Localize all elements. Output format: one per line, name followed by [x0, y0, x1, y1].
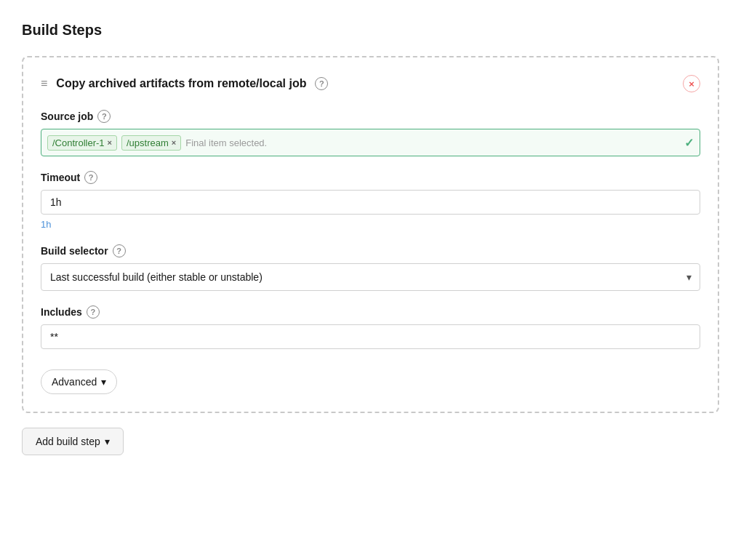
includes-label: Includes ? — [41, 305, 700, 319]
source-job-label-text: Source job — [41, 111, 93, 122]
build-selector-select[interactable]: Last successful build (either stable or … — [41, 263, 700, 291]
source-job-tag-1-value: /upstream — [127, 137, 169, 148]
source-job-help-icon[interactable]: ? — [97, 110, 111, 123]
add-build-step-label: Add build step — [36, 436, 100, 447]
advanced-button[interactable]: Advanced ▾ — [41, 369, 117, 394]
advanced-button-label: Advanced — [52, 376, 97, 388]
source-job-field: Source job ? /Controller-1 × /upstream ×… — [41, 110, 700, 156]
source-job-tag-0: /Controller-1 × — [47, 135, 117, 151]
advanced-chevron-icon: ▾ — [101, 376, 106, 388]
includes-field: Includes ? — [41, 305, 700, 349]
add-build-step-button[interactable]: Add build step ▾ — [22, 428, 124, 455]
timeout-input[interactable] — [41, 190, 700, 215]
build-selector-field: Build selector ? Last successful build (… — [41, 244, 700, 291]
source-job-input[interactable]: /Controller-1 × /upstream × Final item s… — [41, 129, 700, 156]
close-button[interactable]: × — [683, 75, 700, 92]
card-title: Copy archived artifacts from remote/loca… — [56, 77, 306, 90]
source-job-placeholder: Final item selected. — [185, 137, 680, 148]
build-selector-label-text: Build selector — [41, 245, 108, 257]
build-selector-help-icon[interactable]: ? — [113, 244, 126, 257]
timeout-label-text: Timeout — [41, 172, 80, 183]
timeout-help-icon[interactable]: ? — [84, 171, 97, 184]
source-job-label: Source job ? — [41, 110, 700, 123]
timeout-label: Timeout ? — [41, 171, 700, 184]
build-selector-wrapper: Last successful build (either stable or … — [41, 263, 700, 291]
timeout-hint: 1h — [41, 219, 700, 230]
includes-label-text: Includes — [41, 306, 82, 318]
build-step-card: ≡ Copy archived artifacts from remote/lo… — [22, 56, 719, 413]
source-job-tag-1: /upstream × — [121, 135, 181, 151]
card-header: ≡ Copy archived artifacts from remote/lo… — [41, 75, 700, 92]
page-title: Build Steps — [22, 22, 719, 39]
source-job-tag-0-value: /Controller-1 — [52, 137, 105, 148]
build-selector-label: Build selector ? — [41, 244, 700, 257]
card-header-left: ≡ Copy archived artifacts from remote/lo… — [41, 77, 328, 90]
timeout-field: Timeout ? 1h — [41, 171, 700, 230]
includes-help-icon[interactable]: ? — [87, 305, 100, 319]
add-build-step-chevron-icon: ▾ — [105, 436, 110, 447]
includes-input[interactable] — [41, 324, 700, 349]
source-job-check-icon: ✓ — [684, 136, 694, 150]
card-title-help-icon[interactable]: ? — [315, 77, 328, 90]
drag-icon[interactable]: ≡ — [41, 77, 47, 90]
source-job-tag-1-close[interactable]: × — [172, 138, 176, 147]
source-job-tag-0-close[interactable]: × — [108, 138, 112, 147]
